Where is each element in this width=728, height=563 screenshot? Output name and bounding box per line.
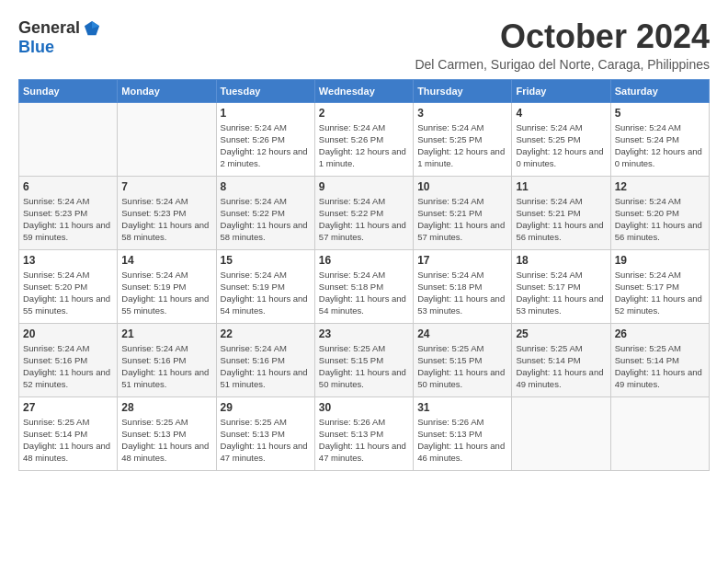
logo-general-text: General (18, 18, 80, 38)
title-section: October 2024 Del Carmen, Surigao del Nor… (415, 18, 710, 72)
calendar-day-cell: 5Sunrise: 5:24 AMSunset: 5:24 PMDaylight… (610, 102, 709, 176)
calendar-week-row: 13Sunrise: 5:24 AMSunset: 5:20 PMDayligh… (19, 249, 710, 323)
calendar-day-cell: 17Sunrise: 5:24 AMSunset: 5:18 PMDayligh… (414, 249, 512, 323)
day-sun-info: Sunrise: 5:25 AMSunset: 5:14 PMDaylight:… (23, 416, 113, 465)
day-number: 25 (516, 327, 606, 340)
day-sun-info: Sunrise: 5:24 AMSunset: 5:23 PMDaylight:… (23, 195, 113, 244)
weekday-header: Thursday (414, 79, 512, 102)
day-sun-info: Sunrise: 5:24 AMSunset: 5:16 PMDaylight:… (121, 342, 211, 391)
page-header: General Blue October 2024 Del Carmen, Su… (18, 18, 710, 72)
day-number: 4 (516, 107, 606, 120)
calendar-day-cell: 28Sunrise: 5:25 AMSunset: 5:13 PMDayligh… (118, 396, 216, 470)
day-number: 13 (23, 254, 113, 267)
day-number: 31 (417, 401, 507, 414)
day-sun-info: Sunrise: 5:26 AMSunset: 5:13 PMDaylight:… (417, 416, 507, 465)
day-number: 12 (615, 180, 705, 193)
day-sun-info: Sunrise: 5:24 AMSunset: 5:26 PMDaylight:… (221, 121, 311, 170)
day-number: 14 (121, 254, 211, 267)
day-number: 2 (319, 107, 409, 120)
calendar-day-cell: 19Sunrise: 5:24 AMSunset: 5:17 PMDayligh… (610, 249, 709, 323)
day-sun-info: Sunrise: 5:24 AMSunset: 5:25 PMDaylight:… (417, 121, 507, 170)
month-title: October 2024 (415, 18, 710, 55)
day-sun-info: Sunrise: 5:24 AMSunset: 5:19 PMDaylight:… (221, 269, 311, 317)
day-sun-info: Sunrise: 5:24 AMSunset: 5:26 PMDaylight:… (319, 121, 409, 170)
day-number: 29 (221, 401, 311, 414)
calendar-day-cell: 26Sunrise: 5:25 AMSunset: 5:14 PMDayligh… (610, 323, 709, 396)
calendar-day-cell: 11Sunrise: 5:24 AMSunset: 5:21 PMDayligh… (512, 176, 610, 249)
day-sun-info: Sunrise: 5:25 AMSunset: 5:13 PMDaylight:… (121, 416, 211, 465)
day-number: 21 (121, 327, 211, 340)
calendar-table: SundayMondayTuesdayWednesdayThursdayFrid… (18, 79, 710, 471)
day-number: 11 (516, 180, 606, 193)
calendar-day-cell: 14Sunrise: 5:24 AMSunset: 5:19 PMDayligh… (118, 249, 216, 323)
day-number: 17 (417, 254, 507, 267)
location-subtitle: Del Carmen, Surigao del Norte, Caraga, P… (415, 57, 710, 72)
day-number: 24 (417, 327, 507, 340)
calendar-day-cell: 7Sunrise: 5:24 AMSunset: 5:23 PMDaylight… (118, 176, 216, 249)
day-number: 16 (319, 254, 409, 267)
day-number: 22 (221, 327, 311, 340)
day-number: 28 (121, 401, 211, 414)
day-number: 23 (319, 327, 409, 340)
logo: General Blue (18, 18, 100, 57)
calendar-day-cell: 12Sunrise: 5:24 AMSunset: 5:20 PMDayligh… (610, 176, 709, 249)
day-sun-info: Sunrise: 5:24 AMSunset: 5:20 PMDaylight:… (615, 195, 705, 244)
calendar-day-cell: 8Sunrise: 5:24 AMSunset: 5:22 PMDaylight… (216, 176, 314, 249)
calendar-day-cell: 31Sunrise: 5:26 AMSunset: 5:13 PMDayligh… (414, 396, 512, 470)
day-sun-info: Sunrise: 5:26 AMSunset: 5:13 PMDaylight:… (319, 416, 409, 465)
day-sun-info: Sunrise: 5:24 AMSunset: 5:17 PMDaylight:… (516, 269, 606, 317)
calendar-day-cell: 27Sunrise: 5:25 AMSunset: 5:14 PMDayligh… (19, 396, 118, 470)
day-sun-info: Sunrise: 5:24 AMSunset: 5:23 PMDaylight:… (121, 195, 211, 244)
logo-blue-text: Blue (18, 38, 54, 57)
calendar-week-row: 1Sunrise: 5:24 AMSunset: 5:26 PMDaylight… (19, 102, 710, 176)
calendar-day-cell: 25Sunrise: 5:25 AMSunset: 5:14 PMDayligh… (512, 323, 610, 396)
day-sun-info: Sunrise: 5:25 AMSunset: 5:14 PMDaylight:… (516, 342, 606, 391)
day-sun-info: Sunrise: 5:24 AMSunset: 5:19 PMDaylight:… (121, 269, 211, 317)
day-sun-info: Sunrise: 5:24 AMSunset: 5:22 PMDaylight:… (319, 195, 409, 244)
calendar-day-cell: 6Sunrise: 5:24 AMSunset: 5:23 PMDaylight… (19, 176, 118, 249)
calendar-day-cell: 20Sunrise: 5:24 AMSunset: 5:16 PMDayligh… (19, 323, 118, 396)
day-number: 18 (516, 254, 606, 267)
day-sun-info: Sunrise: 5:24 AMSunset: 5:21 PMDaylight:… (417, 195, 507, 244)
day-number: 8 (221, 180, 311, 193)
calendar-week-row: 6Sunrise: 5:24 AMSunset: 5:23 PMDaylight… (19, 176, 710, 249)
calendar-day-cell: 9Sunrise: 5:24 AMSunset: 5:22 PMDaylight… (314, 176, 413, 249)
calendar-header-row: SundayMondayTuesdayWednesdayThursdayFrid… (19, 79, 710, 102)
day-sun-info: Sunrise: 5:24 AMSunset: 5:20 PMDaylight:… (23, 269, 113, 317)
calendar-day-cell: 21Sunrise: 5:24 AMSunset: 5:16 PMDayligh… (118, 323, 216, 396)
calendar-day-cell: 2Sunrise: 5:24 AMSunset: 5:26 PMDaylight… (314, 102, 413, 176)
day-number: 19 (615, 254, 705, 267)
calendar-day-cell: 15Sunrise: 5:24 AMSunset: 5:19 PMDayligh… (216, 249, 314, 323)
calendar-day-cell: 24Sunrise: 5:25 AMSunset: 5:15 PMDayligh… (414, 323, 512, 396)
day-sun-info: Sunrise: 5:25 AMSunset: 5:14 PMDaylight:… (615, 342, 705, 391)
weekday-header: Sunday (19, 79, 118, 102)
calendar-day-cell: 29Sunrise: 5:25 AMSunset: 5:13 PMDayligh… (216, 396, 314, 470)
day-number: 6 (23, 180, 113, 193)
day-sun-info: Sunrise: 5:24 AMSunset: 5:25 PMDaylight:… (516, 121, 606, 170)
day-sun-info: Sunrise: 5:25 AMSunset: 5:13 PMDaylight:… (221, 416, 311, 465)
day-sun-info: Sunrise: 5:25 AMSunset: 5:15 PMDaylight:… (417, 342, 507, 391)
calendar-day-cell: 4Sunrise: 5:24 AMSunset: 5:25 PMDaylight… (512, 102, 610, 176)
day-sun-info: Sunrise: 5:25 AMSunset: 5:15 PMDaylight:… (319, 342, 409, 391)
weekday-header: Tuesday (216, 79, 314, 102)
calendar-day-cell (19, 102, 118, 176)
day-sun-info: Sunrise: 5:24 AMSunset: 5:22 PMDaylight:… (221, 195, 311, 244)
day-number: 30 (319, 401, 409, 414)
calendar-day-cell (512, 396, 610, 470)
day-sun-info: Sunrise: 5:24 AMSunset: 5:16 PMDaylight:… (23, 342, 113, 391)
day-number: 26 (615, 327, 705, 340)
day-sun-info: Sunrise: 5:24 AMSunset: 5:16 PMDaylight:… (221, 342, 311, 391)
day-number: 9 (319, 180, 409, 193)
day-sun-info: Sunrise: 5:24 AMSunset: 5:18 PMDaylight:… (417, 269, 507, 317)
day-sun-info: Sunrise: 5:24 AMSunset: 5:18 PMDaylight:… (319, 269, 409, 317)
calendar-day-cell: 13Sunrise: 5:24 AMSunset: 5:20 PMDayligh… (19, 249, 118, 323)
day-number: 7 (121, 180, 211, 193)
day-number: 27 (23, 401, 113, 414)
calendar-day-cell: 10Sunrise: 5:24 AMSunset: 5:21 PMDayligh… (414, 176, 512, 249)
calendar-week-row: 20Sunrise: 5:24 AMSunset: 5:16 PMDayligh… (19, 323, 710, 396)
logo-flag-icon (84, 20, 100, 37)
day-number: 5 (615, 107, 705, 120)
calendar-day-cell: 3Sunrise: 5:24 AMSunset: 5:25 PMDaylight… (414, 102, 512, 176)
calendar-day-cell: 1Sunrise: 5:24 AMSunset: 5:26 PMDaylight… (216, 102, 314, 176)
calendar-week-row: 27Sunrise: 5:25 AMSunset: 5:14 PMDayligh… (19, 396, 710, 470)
